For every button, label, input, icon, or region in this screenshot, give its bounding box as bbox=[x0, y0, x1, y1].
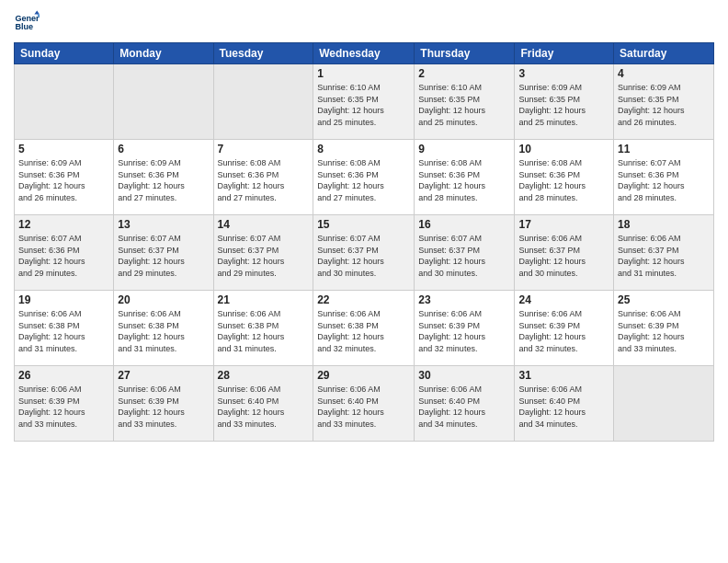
calendar-day-cell: 12Sunrise: 6:07 AM Sunset: 6:36 PM Dayli… bbox=[15, 215, 114, 291]
day-number: 24 bbox=[518, 293, 609, 306]
day-info: Sunrise: 6:06 AM Sunset: 6:39 PM Dayligh… bbox=[418, 308, 510, 354]
day-info: Sunrise: 6:06 AM Sunset: 6:39 PM Dayligh… bbox=[18, 384, 109, 430]
day-info: Sunrise: 6:06 AM Sunset: 6:37 PM Dayligh… bbox=[618, 233, 710, 279]
day-number: 3 bbox=[518, 67, 609, 80]
day-number: 7 bbox=[218, 143, 310, 155]
day-number: 2 bbox=[418, 67, 510, 80]
day-info: Sunrise: 6:07 AM Sunset: 6:36 PM Dayligh… bbox=[18, 233, 109, 279]
day-info: Sunrise: 6:06 AM Sunset: 6:39 PM Dayligh… bbox=[618, 308, 710, 354]
day-number: 17 bbox=[518, 218, 609, 231]
calendar-day-cell: 24Sunrise: 6:06 AM Sunset: 6:39 PM Dayli… bbox=[515, 291, 614, 366]
day-info: Sunrise: 6:06 AM Sunset: 6:38 PM Dayligh… bbox=[18, 308, 109, 354]
day-number: 23 bbox=[418, 293, 510, 306]
day-info: Sunrise: 6:08 AM Sunset: 6:36 PM Dayligh… bbox=[418, 157, 510, 203]
page: General Blue SundayMondayTuesdayWednesda… bbox=[0, 0, 728, 563]
day-number: 16 bbox=[418, 218, 510, 231]
day-number: 5 bbox=[18, 143, 109, 155]
calendar-week-row: 19Sunrise: 6:06 AM Sunset: 6:38 PM Dayli… bbox=[15, 291, 714, 366]
svg-text:Blue: Blue bbox=[15, 22, 33, 31]
day-number: 10 bbox=[518, 143, 609, 155]
calendar-header-wednesday: Wednesday bbox=[313, 43, 415, 64]
calendar-header-tuesday: Tuesday bbox=[213, 43, 313, 64]
calendar-header-thursday: Thursday bbox=[415, 43, 515, 64]
calendar-day-cell: 19Sunrise: 6:06 AM Sunset: 6:38 PM Dayli… bbox=[15, 291, 114, 366]
calendar-day-cell: 25Sunrise: 6:06 AM Sunset: 6:39 PM Dayli… bbox=[614, 291, 714, 366]
calendar-week-row: 5Sunrise: 6:09 AM Sunset: 6:36 PM Daylig… bbox=[15, 140, 714, 215]
calendar-day-cell: 9Sunrise: 6:08 AM Sunset: 6:36 PM Daylig… bbox=[415, 140, 515, 215]
calendar-day-cell: 16Sunrise: 6:07 AM Sunset: 6:37 PM Dayli… bbox=[415, 215, 515, 291]
calendar-day-cell: 4Sunrise: 6:09 AM Sunset: 6:35 PM Daylig… bbox=[614, 64, 714, 140]
day-info: Sunrise: 6:06 AM Sunset: 6:40 PM Dayligh… bbox=[518, 384, 609, 430]
calendar-header-monday: Monday bbox=[114, 43, 213, 64]
day-info: Sunrise: 6:06 AM Sunset: 6:40 PM Dayligh… bbox=[317, 384, 410, 430]
day-number: 20 bbox=[118, 293, 209, 306]
day-number: 22 bbox=[317, 293, 410, 306]
day-number: 29 bbox=[317, 369, 410, 382]
calendar-day-cell: 3Sunrise: 6:09 AM Sunset: 6:35 PM Daylig… bbox=[515, 64, 614, 140]
calendar-header-row: SundayMondayTuesdayWednesdayThursdayFrid… bbox=[15, 43, 714, 64]
calendar-header-friday: Friday bbox=[515, 43, 614, 64]
calendar-day-cell: 29Sunrise: 6:06 AM Sunset: 6:40 PM Dayli… bbox=[313, 366, 415, 442]
day-info: Sunrise: 6:07 AM Sunset: 6:36 PM Dayligh… bbox=[618, 157, 710, 203]
logo-icon: General Blue bbox=[14, 9, 40, 35]
svg-marker-2 bbox=[34, 10, 40, 14]
calendar-day-cell: 27Sunrise: 6:06 AM Sunset: 6:39 PM Dayli… bbox=[114, 366, 213, 442]
day-info: Sunrise: 6:07 AM Sunset: 6:37 PM Dayligh… bbox=[218, 233, 310, 279]
day-number: 15 bbox=[317, 218, 410, 231]
day-number: 8 bbox=[317, 143, 410, 155]
day-info: Sunrise: 6:09 AM Sunset: 6:36 PM Dayligh… bbox=[18, 157, 109, 203]
calendar-day-cell: 28Sunrise: 6:06 AM Sunset: 6:40 PM Dayli… bbox=[213, 366, 313, 442]
day-number: 4 bbox=[618, 67, 710, 80]
day-info: Sunrise: 6:09 AM Sunset: 6:36 PM Dayligh… bbox=[118, 157, 209, 203]
day-info: Sunrise: 6:06 AM Sunset: 6:39 PM Dayligh… bbox=[518, 308, 609, 354]
day-info: Sunrise: 6:09 AM Sunset: 6:35 PM Dayligh… bbox=[518, 82, 609, 128]
day-info: Sunrise: 6:07 AM Sunset: 6:37 PM Dayligh… bbox=[317, 233, 410, 279]
logo: General Blue bbox=[14, 9, 40, 35]
day-number: 14 bbox=[218, 218, 310, 231]
day-info: Sunrise: 6:06 AM Sunset: 6:37 PM Dayligh… bbox=[518, 233, 609, 279]
calendar-day-cell: 7Sunrise: 6:08 AM Sunset: 6:36 PM Daylig… bbox=[213, 140, 313, 215]
day-info: Sunrise: 6:06 AM Sunset: 6:40 PM Dayligh… bbox=[418, 384, 510, 430]
day-number: 6 bbox=[118, 143, 209, 155]
calendar-header-sunday: Sunday bbox=[15, 43, 114, 64]
calendar-day-cell bbox=[614, 366, 714, 442]
day-info: Sunrise: 6:08 AM Sunset: 6:36 PM Dayligh… bbox=[518, 157, 609, 203]
day-number: 21 bbox=[218, 293, 310, 306]
calendar-header-saturday: Saturday bbox=[614, 43, 714, 64]
day-info: Sunrise: 6:06 AM Sunset: 6:38 PM Dayligh… bbox=[118, 308, 209, 354]
calendar-day-cell bbox=[213, 64, 313, 140]
svg-text:General: General bbox=[15, 14, 40, 23]
day-number: 31 bbox=[518, 369, 609, 382]
calendar-day-cell: 15Sunrise: 6:07 AM Sunset: 6:37 PM Dayli… bbox=[313, 215, 415, 291]
day-info: Sunrise: 6:10 AM Sunset: 6:35 PM Dayligh… bbox=[418, 82, 510, 128]
calendar-table: SundayMondayTuesdayWednesdayThursdayFrid… bbox=[14, 42, 714, 442]
calendar-day-cell: 23Sunrise: 6:06 AM Sunset: 6:39 PM Dayli… bbox=[415, 291, 515, 366]
day-info: Sunrise: 6:10 AM Sunset: 6:35 PM Dayligh… bbox=[317, 82, 410, 128]
day-number: 27 bbox=[118, 369, 209, 382]
day-info: Sunrise: 6:06 AM Sunset: 6:39 PM Dayligh… bbox=[118, 384, 209, 430]
calendar-day-cell: 20Sunrise: 6:06 AM Sunset: 6:38 PM Dayli… bbox=[114, 291, 213, 366]
day-number: 26 bbox=[18, 369, 109, 382]
calendar-day-cell: 8Sunrise: 6:08 AM Sunset: 6:36 PM Daylig… bbox=[313, 140, 415, 215]
day-info: Sunrise: 6:08 AM Sunset: 6:36 PM Dayligh… bbox=[317, 157, 410, 203]
day-number: 9 bbox=[418, 143, 510, 155]
day-info: Sunrise: 6:08 AM Sunset: 6:36 PM Dayligh… bbox=[218, 157, 310, 203]
calendar-day-cell: 1Sunrise: 6:10 AM Sunset: 6:35 PM Daylig… bbox=[313, 64, 415, 140]
day-number: 11 bbox=[618, 143, 710, 155]
day-info: Sunrise: 6:06 AM Sunset: 6:40 PM Dayligh… bbox=[218, 384, 310, 430]
calendar-day-cell bbox=[15, 64, 114, 140]
calendar-day-cell bbox=[114, 64, 213, 140]
calendar-day-cell: 14Sunrise: 6:07 AM Sunset: 6:37 PM Dayli… bbox=[213, 215, 313, 291]
day-info: Sunrise: 6:09 AM Sunset: 6:35 PM Dayligh… bbox=[618, 82, 710, 128]
day-info: Sunrise: 6:06 AM Sunset: 6:38 PM Dayligh… bbox=[218, 308, 310, 354]
calendar-day-cell: 5Sunrise: 6:09 AM Sunset: 6:36 PM Daylig… bbox=[15, 140, 114, 215]
day-number: 28 bbox=[218, 369, 310, 382]
day-info: Sunrise: 6:06 AM Sunset: 6:38 PM Dayligh… bbox=[317, 308, 410, 354]
day-info: Sunrise: 6:07 AM Sunset: 6:37 PM Dayligh… bbox=[118, 233, 209, 279]
day-number: 18 bbox=[618, 218, 710, 231]
calendar-day-cell: 2Sunrise: 6:10 AM Sunset: 6:35 PM Daylig… bbox=[415, 64, 515, 140]
calendar-week-row: 1Sunrise: 6:10 AM Sunset: 6:35 PM Daylig… bbox=[15, 64, 714, 140]
calendar-day-cell: 6Sunrise: 6:09 AM Sunset: 6:36 PM Daylig… bbox=[114, 140, 213, 215]
calendar-day-cell: 30Sunrise: 6:06 AM Sunset: 6:40 PM Dayli… bbox=[415, 366, 515, 442]
day-number: 30 bbox=[418, 369, 510, 382]
